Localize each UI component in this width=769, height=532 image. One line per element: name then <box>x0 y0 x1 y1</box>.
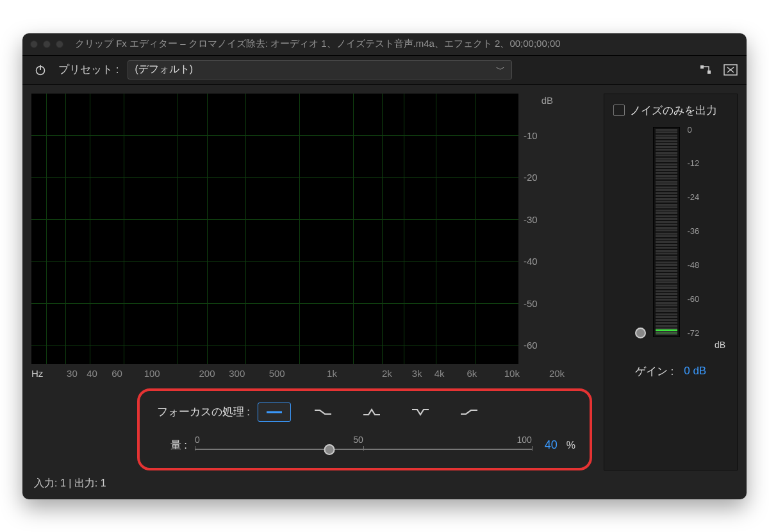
focus-high-shelf-button[interactable] <box>452 403 486 422</box>
spectrum-display[interactable] <box>31 94 518 364</box>
meter-tick: -12 <box>688 158 700 168</box>
y-tick: -60 <box>524 339 538 350</box>
power-toggle[interactable] <box>31 61 49 79</box>
preset-label: プリセット : <box>58 62 119 77</box>
y-tick: -40 <box>524 256 538 267</box>
x-tick: 4k <box>434 368 445 379</box>
meter-tick: -24 <box>688 192 700 202</box>
focus-peak-up-button[interactable] <box>355 403 388 422</box>
x-tick: 20k <box>549 368 565 379</box>
main-area: dB -10-20-30-40-50-60 Hz 304060100200300… <box>31 94 592 470</box>
focus-low-shelf-button[interactable] <box>306 403 340 422</box>
x-axis: Hz 3040601002003005001k2k3k4k6k10k20k <box>31 364 557 385</box>
meter-tick: 0 <box>688 124 692 134</box>
preset-value: (デフォルト) <box>135 63 193 76</box>
zoom-dot[interactable] <box>56 40 63 48</box>
gain-slider-thumb[interactable] <box>635 328 646 338</box>
svg-rect-2 <box>700 65 704 69</box>
scale-0: 0 <box>195 435 200 445</box>
x-tick: 3k <box>412 368 422 379</box>
highlighted-controls: フォーカスの処理 : 量 : 0 50 100 <box>137 388 592 470</box>
gain-panel: ノイズのみを出力 0-12-24-36-48-60-72 dB ゲイン : 0 … <box>604 94 738 470</box>
x-tick: 6k <box>467 368 477 379</box>
chevron-down-icon: ﹀ <box>496 64 505 76</box>
x-tick: 300 <box>229 368 245 379</box>
x-axis-unit: Hz <box>31 368 57 379</box>
gain-label: ゲイン : <box>635 364 674 379</box>
y-tick: -20 <box>524 172 538 183</box>
x-tick: 60 <box>112 368 122 379</box>
window-title: クリップ Fx エディター – クロマノイズ除去: オーディオ 1、ノイズテスト… <box>75 38 561 50</box>
focus-label: フォーカスの処理 : <box>154 404 250 419</box>
meter-unit: dB <box>715 340 725 350</box>
titlebar: クリップ Fx エディター – クロマノイズ除去: オーディオ 1、ノイズテスト… <box>22 33 747 55</box>
x-tick: 1k <box>327 368 337 379</box>
effect-editor-window: クリップ Fx エディター – クロマノイズ除去: オーディオ 1、ノイズテスト… <box>22 33 747 499</box>
meter-tick: -60 <box>688 294 700 304</box>
meter-tick: -48 <box>688 260 700 270</box>
focus-flat-button[interactable] <box>258 403 291 422</box>
toolbar: プリセット : (デフォルト) ﹀ <box>22 55 747 85</box>
close-panel-icon[interactable] <box>724 63 738 76</box>
amount-slider[interactable]: 0 50 100 <box>195 435 532 456</box>
meter-ticks: 0-12-24-36-48-60-72 <box>685 127 708 337</box>
amount-label: 量 : <box>154 438 187 453</box>
gain-slider[interactable] <box>634 127 648 337</box>
focus-peak-down-button[interactable] <box>404 403 437 422</box>
noise-only-label: ノイズのみを出力 <box>630 103 717 118</box>
minimize-dot[interactable] <box>43 40 51 48</box>
focus-button-group <box>258 403 486 422</box>
x-tick: 10k <box>504 368 520 379</box>
level-meter <box>653 127 680 337</box>
window-controls <box>30 40 63 48</box>
close-dot[interactable] <box>30 40 38 48</box>
x-tick: 2k <box>382 368 392 379</box>
x-tick: 30 <box>67 368 78 379</box>
scale-100: 100 <box>517 435 531 445</box>
y-axis-unit: dB <box>542 95 553 106</box>
io-status: 入力: 1 | 出力: 1 <box>22 470 747 494</box>
preset-dropdown[interactable]: (デフォルト) ﹀ <box>128 60 512 79</box>
x-tick: 200 <box>199 368 215 379</box>
amount-slider-thumb[interactable] <box>324 444 335 455</box>
x-tick: 100 <box>144 368 160 379</box>
noise-only-checkbox[interactable] <box>613 104 625 116</box>
meter-tick: -36 <box>688 226 700 236</box>
amount-unit: % <box>565 440 575 451</box>
gain-value[interactable]: 0 dB <box>684 365 706 378</box>
y-tick: -30 <box>524 213 538 224</box>
y-tick: -10 <box>524 129 538 140</box>
scale-50: 50 <box>353 435 363 445</box>
y-tick: -50 <box>524 297 538 308</box>
y-axis: dB -10-20-30-40-50-60 <box>518 94 557 364</box>
amount-value[interactable]: 40 <box>540 438 558 452</box>
x-tick: 40 <box>87 368 97 379</box>
meter-tick: -72 <box>688 328 700 337</box>
x-tick: 500 <box>269 368 285 379</box>
routing-icon[interactable] <box>699 63 713 76</box>
